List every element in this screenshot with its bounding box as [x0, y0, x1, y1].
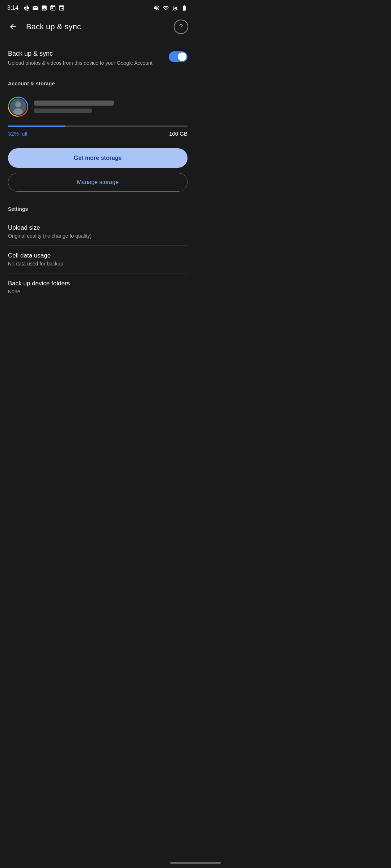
cell-data-title: Cell data usage [8, 252, 188, 259]
upload-size-subtitle: Original quality (no change to quality) [8, 233, 188, 239]
help-button[interactable]: ? [174, 20, 188, 34]
storage-labels: 32% full 100 GB [8, 131, 188, 137]
status-icons-right [154, 5, 188, 11]
calendar-icon [50, 5, 56, 11]
wifi-icon [162, 5, 169, 11]
avatar-ring [8, 97, 28, 117]
storage-section: 32% full 100 GB [0, 124, 196, 144]
content-area: Back up & sync Upload photos & videos fr… [0, 39, 196, 305]
top-bar: Back up & sync ? [0, 14, 196, 39]
svg-point-2 [13, 108, 23, 115]
storage-bar-background [8, 125, 188, 127]
account-card[interactable] [0, 92, 196, 124]
back-button[interactable] [6, 20, 20, 34]
status-time: 3:14 [7, 5, 18, 11]
signal-icon [172, 5, 178, 11]
backup-folders-subtitle: None [8, 289, 188, 294]
backup-sync-text: Back up & sync Upload photos & videos fr… [8, 50, 163, 67]
storage-bar-fill [8, 125, 66, 127]
account-storage-header: Account & storage [0, 77, 196, 92]
backup-folders-title: Back up device folders [8, 280, 188, 287]
calendar2-icon [58, 5, 65, 11]
backup-sync-subtitle: Upload photos & videos from this device … [8, 60, 163, 67]
avatar [9, 98, 27, 116]
gmail-icon [32, 5, 39, 11]
upload-size-item[interactable]: Upload size Original quality (no change … [0, 218, 196, 245]
backup-sync-title: Back up & sync [8, 50, 163, 58]
settings-section: Settings Upload size Original quality (n… [0, 203, 196, 301]
back-arrow-icon [9, 22, 17, 31]
svg-point-1 [15, 101, 21, 107]
get-more-storage-button[interactable]: Get more storage [8, 148, 188, 168]
account-sub [34, 109, 92, 113]
photos-icon [41, 5, 47, 11]
backup-folders-item[interactable]: Back up device folders None [0, 273, 196, 301]
status-icons-left [24, 5, 65, 11]
storage-percent: 32% full [8, 131, 27, 137]
status-bar: 3:14 [0, 0, 196, 14]
cell-data-subtitle: No data used for backup [8, 261, 188, 267]
mute-icon [154, 5, 160, 11]
account-info [34, 101, 188, 113]
backup-sync-toggle[interactable] [169, 51, 188, 62]
avatar-image [10, 98, 26, 116]
manage-storage-button[interactable]: Manage storage [8, 173, 188, 192]
settings-header: Settings [0, 203, 196, 218]
slack-icon [24, 5, 30, 11]
help-icon: ? [179, 23, 183, 31]
cell-data-item[interactable]: Cell data usage No data used for backup [0, 246, 196, 273]
storage-total: 100 GB [169, 131, 188, 137]
page-title: Back up & sync [26, 22, 168, 31]
upload-size-title: Upload size [8, 224, 188, 231]
battery-icon [180, 5, 188, 11]
toggle-knob [178, 52, 186, 61]
account-email [34, 101, 114, 106]
backup-sync-section[interactable]: Back up & sync Upload photos & videos fr… [0, 43, 196, 77]
